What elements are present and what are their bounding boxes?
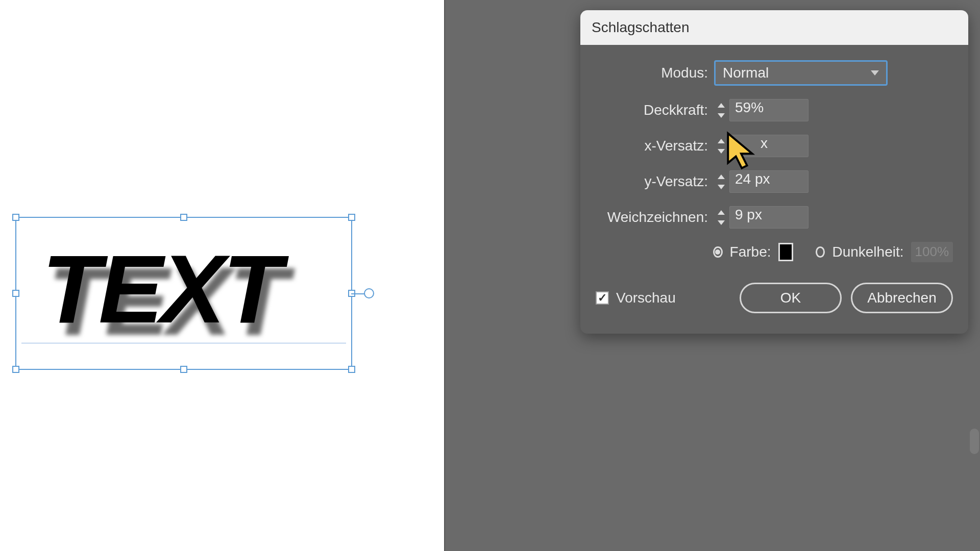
cursor-icon	[723, 130, 759, 176]
resize-handle-tr[interactable]	[348, 214, 355, 221]
yoffset-label: y-Versatz:	[596, 173, 708, 190]
blur-label: Weichzeichnen:	[596, 209, 708, 226]
resize-handle-tl[interactable]	[12, 214, 19, 221]
dialog-title: Schlagschatten	[580, 10, 968, 45]
properties-pane: Schlagschatten Modus: Normal Deckkraft: …	[444, 0, 980, 551]
stepper-down-icon[interactable]	[714, 110, 728, 120]
mode-select[interactable]: Normal	[714, 60, 888, 86]
cancel-button[interactable]: Abbrechen	[851, 283, 953, 313]
color-label: Farbe:	[730, 244, 771, 260]
chevron-down-icon	[871, 70, 879, 76]
canvas-text[interactable]: TEXT	[42, 233, 280, 344]
stepper-down-icon[interactable]	[714, 182, 728, 192]
preview-label: Vorschau	[616, 290, 676, 306]
resize-handle-bl[interactable]	[12, 366, 19, 373]
blur-input[interactable]: 9 px	[729, 206, 808, 229]
scrollbar-thumb[interactable]	[970, 429, 979, 454]
ok-button[interactable]: OK	[740, 283, 842, 313]
stepper-down-icon[interactable]	[714, 217, 728, 228]
mode-value: Normal	[723, 65, 769, 81]
preview-checkbox[interactable]	[596, 291, 609, 305]
resize-handle-tc[interactable]	[180, 214, 187, 221]
color-radio[interactable]	[713, 246, 723, 258]
darkness-radio[interactable]	[816, 246, 825, 258]
rotate-handle[interactable]	[364, 288, 374, 298]
drop-shadow-dialog: Schlagschatten Modus: Normal Deckkraft: …	[580, 10, 968, 334]
resize-handle-ml[interactable]	[12, 290, 19, 297]
xoffset-label: x-Versatz:	[596, 138, 708, 154]
resize-handle-br[interactable]	[348, 366, 355, 373]
darkness-value: 100%	[911, 242, 953, 262]
color-swatch[interactable]	[778, 243, 794, 261]
mode-label: Modus:	[596, 65, 708, 81]
stepper-up-icon[interactable]	[714, 207, 728, 217]
darkness-label: Dunkelheit:	[832, 244, 903, 260]
opacity-input[interactable]: 59%	[729, 99, 808, 121]
stepper-up-icon[interactable]	[714, 100, 728, 110]
resize-handle-bc[interactable]	[180, 366, 187, 373]
opacity-stepper[interactable]	[714, 99, 728, 121]
opacity-label: Deckkraft:	[596, 102, 708, 118]
text-selection-box[interactable]: TEXT	[15, 217, 352, 370]
canvas-area[interactable]: TEXT	[0, 0, 444, 551]
blur-stepper[interactable]	[714, 206, 728, 229]
